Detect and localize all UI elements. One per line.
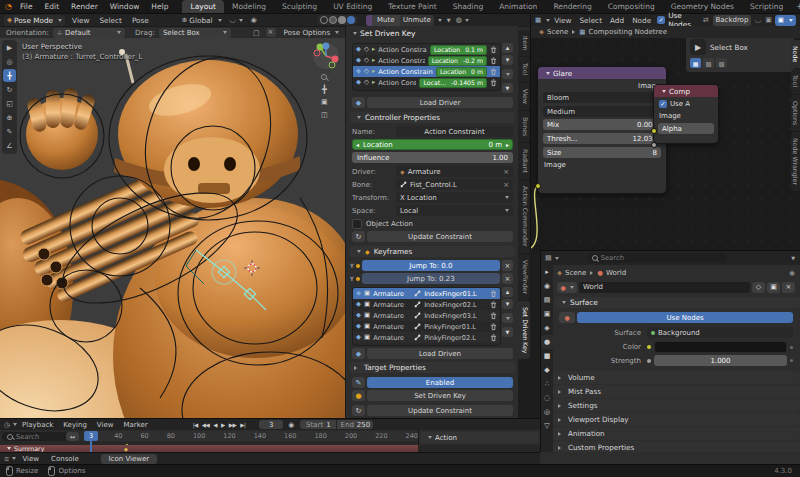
composite-node-header[interactable]: Comp	[654, 85, 718, 97]
trash-icon[interactable]	[490, 323, 497, 331]
summary-channel[interactable]: Summary ◆	[0, 445, 422, 452]
pose-options-dropdown[interactable]: Pose Options	[284, 28, 340, 37]
node-editor-tab[interactable]: Node Wrangler	[791, 132, 800, 191]
trash-icon[interactable]	[490, 57, 497, 65]
driven-bone-row[interactable]: ◆ ▣ Armature IndexFinger01.L	[353, 288, 500, 299]
tool-button[interactable]: ▶	[3, 41, 16, 54]
bone-list-down-button[interactable]: ▾	[502, 299, 513, 309]
constraint-row[interactable]: ◆ ◇ ▸ Action Constraint Location0 m	[353, 66, 500, 77]
unmute-button[interactable]: Unmute	[400, 15, 434, 26]
editor-type-dropdown[interactable]: ▦	[535, 16, 550, 24]
name-field[interactable]: Action Constraint	[396, 126, 513, 137]
navigation-gizmo[interactable]	[312, 42, 340, 70]
constraint-row[interactable]: ◆ ◇ ▸ Action Constraint Location0.1 m	[353, 44, 500, 55]
orientation-value-dropdown[interactable]: ⊹ Default	[53, 28, 125, 38]
properties-tab[interactable]: ◉	[541, 279, 553, 293]
link-icon[interactable]: ⇄	[703, 16, 709, 24]
camera-view-icon[interactable]: ▣	[321, 99, 328, 106]
slider-left-arrow[interactable]: ◂	[356, 141, 359, 148]
collapsed-section-header[interactable]: Settings	[553, 399, 800, 412]
mute-button[interactable]: Mute	[372, 15, 400, 26]
driven-channel-pill[interactable]: Locat...-0.1405 m	[419, 78, 487, 88]
bone-list-up-button[interactable]: ▴	[502, 287, 513, 297]
jump-to-button-1[interactable]: Jump To: 0.0	[362, 260, 500, 271]
topbar-menu-item[interactable]: Edit	[39, 2, 66, 11]
trash-icon[interactable]	[490, 312, 497, 320]
breadcrumb-nodetree[interactable]: Compositing Nodetree	[589, 28, 667, 36]
strength-slider[interactable]: 1.000	[654, 355, 787, 366]
playback-button[interactable]: ▶|	[240, 422, 245, 428]
controller-properties-header[interactable]: Controller Properties	[350, 112, 515, 123]
material-shading-icon[interactable]	[338, 16, 346, 24]
tool-button[interactable]: ╋	[3, 69, 16, 82]
location-driven-slider[interactable]: ◂ Location 0 m ▸	[352, 139, 513, 150]
space-dropdown[interactable]: Local	[396, 205, 513, 216]
console-menu-item[interactable]: Console	[45, 455, 85, 463]
sidebar-tab[interactable]: View	[518, 83, 530, 110]
collapsed-section-header[interactable]: Mist Pass	[553, 385, 800, 398]
jump-to-button-2[interactable]: Jump To: 0.23	[362, 273, 500, 284]
tool-button[interactable]: ✎	[3, 125, 16, 138]
timeline-menu-item[interactable]: Marker	[118, 421, 152, 429]
workspace-tab[interactable]: UV Editing	[325, 0, 380, 13]
surface-section-header[interactable]: Surface	[555, 297, 800, 308]
timeline-menu-item[interactable]: Playback	[17, 421, 58, 429]
sidebar-panel-header[interactable]: Set Driven Key	[350, 29, 415, 38]
glare-number-field[interactable]: Size8	[543, 147, 661, 158]
glare-number-field[interactable]: Thresh...12.030	[543, 133, 661, 144]
sidebar-tab[interactable]: Bones	[518, 111, 530, 142]
sidebar-tab[interactable]: Action Commander	[518, 180, 530, 253]
constraint-row[interactable]: ◆ ◇ ▸ Action Constraint_flip... Location…	[353, 55, 500, 66]
driven-channel-pill[interactable]: Location0.1 m	[430, 45, 487, 55]
playback-button[interactable]: ◀	[213, 422, 217, 428]
fake-user-button[interactable]: ◇	[752, 282, 765, 293]
select-mode-extend-icon[interactable]: ▧	[703, 58, 714, 68]
driver-field[interactable]: ◈ Armature ×	[396, 166, 513, 177]
color-animate-dot[interactable]	[790, 346, 793, 349]
zoom-icon[interactable]	[321, 74, 327, 80]
properties-tab[interactable]: ◈	[541, 321, 553, 335]
pin-icon[interactable]: ◉	[789, 269, 795, 277]
filter-icon[interactable]: ▼	[447, 17, 451, 23]
bone-field[interactable]: Fist_Control.L ×	[396, 179, 513, 190]
snapping-icon[interactable]: ◡	[755, 16, 761, 24]
brush-icon[interactable]: ▢	[253, 29, 260, 37]
driven-bone-row[interactable]: ◆ ▣ Armature PinkyFinger01.L	[353, 321, 500, 332]
topbar-menu-item[interactable]: Window	[104, 2, 146, 11]
sidebar-tab[interactable]: Tool	[518, 57, 530, 81]
timeline-menu-item[interactable]: Keying	[58, 421, 92, 429]
solid-shading-icon[interactable]	[329, 16, 337, 24]
timeline-filter-button[interactable]: ↔	[66, 432, 79, 441]
frame-end-field[interactable]: End250	[337, 420, 373, 429]
current-frame-field[interactable]: 3	[259, 420, 283, 429]
crumb-world[interactable]: World	[606, 269, 626, 277]
sidebar-tab[interactable]: Item	[518, 30, 530, 56]
topbar-menu-item[interactable]: Render	[65, 2, 104, 11]
workspace-tab[interactable]: Shading	[445, 0, 491, 13]
driven-channel-pill[interactable]: Location0 m	[436, 67, 487, 77]
remove-jump-1[interactable]: ×	[502, 260, 513, 271]
node-editor-tab[interactable]: Node	[791, 40, 800, 68]
tool-button[interactable]: ⊕	[3, 111, 16, 124]
properties-tab[interactable]: ▣	[541, 307, 553, 321]
workspace-tab[interactable]: Animation	[491, 0, 545, 13]
tool-button[interactable]: ◎	[3, 55, 16, 68]
playback-button[interactable]: ◀◀	[202, 422, 209, 428]
use-nodes-button[interactable]: Use Nodes	[577, 312, 793, 323]
load-driver-button[interactable]: Load Driver	[367, 97, 513, 108]
console-menu-item[interactable]: View	[16, 455, 45, 463]
timeline-menu-item[interactable]: View	[92, 421, 119, 429]
tool-button[interactable]: ◱	[3, 97, 16, 110]
properties-editor-icon[interactable]: ▤	[545, 254, 552, 262]
influence-slider[interactable]: Influence 1.00	[352, 152, 513, 163]
icon-viewer-tab[interactable]: Icon Viewer	[101, 454, 157, 464]
list-specials-button[interactable]	[502, 69, 513, 79]
composite-alpha-socket[interactable]	[651, 142, 657, 148]
update-constraint-button-2[interactable]: Update Constraint	[367, 405, 513, 416]
summary-keyframe-diamond[interactable]: ◆	[124, 446, 128, 452]
viewport-3d[interactable]: ▶◎╋↻◱⊕✎∠ User Perspective (3) Armature :…	[0, 38, 345, 418]
timeline-ruler[interactable]: 20406080100120140160180200220240	[88, 431, 418, 441]
workspace-tab[interactable]: Rendering	[545, 0, 599, 13]
properties-tab[interactable]: ◎	[541, 405, 553, 419]
glare-number-field[interactable]: Mix0.000	[543, 119, 661, 130]
